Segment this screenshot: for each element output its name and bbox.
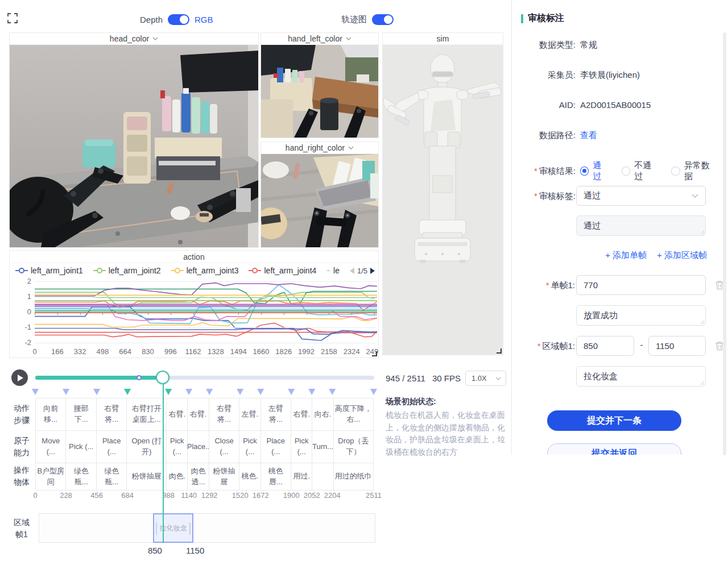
step-cell-atomic[interactable]: Place (... bbox=[97, 431, 127, 463]
progress-slider[interactable] bbox=[35, 376, 374, 380]
region-right-handle[interactable] bbox=[189, 522, 191, 535]
legend-item-left_arm_joint3[interactable]: left_arm_joint3 bbox=[171, 266, 239, 275]
fullscreen-button[interactable] bbox=[7, 13, 18, 24]
boundary-marker-1672[interactable] bbox=[257, 389, 264, 395]
single-frame-input[interactable] bbox=[584, 280, 698, 290]
single-frame-desc-textarea[interactable]: 放置成功 bbox=[576, 305, 706, 326]
boundary-marker-988[interactable] bbox=[165, 389, 172, 395]
step-cell-object[interactable]: 肉色透... bbox=[188, 463, 209, 491]
region-start-input[interactable] bbox=[584, 341, 627, 351]
boundary-marker-228[interactable] bbox=[63, 389, 69, 395]
step-cell-object[interactable]: 绿色瓶... bbox=[97, 463, 127, 491]
legend-item-left_arm_joint4[interactable]: left_arm_joint4 bbox=[249, 266, 316, 275]
legend-item-left_arm_joint2[interactable]: left_arm_joint2 bbox=[93, 266, 161, 275]
step-cell-atomic[interactable]: Turn... bbox=[312, 431, 333, 463]
step-cell-action[interactable]: 高度下降，右... bbox=[334, 398, 374, 431]
boundary-marker-2511[interactable] bbox=[370, 389, 377, 395]
camera-panel-hand-left: hand_left_color bbox=[260, 32, 379, 138]
step-cell-object[interactable]: 粉饼抽屉 bbox=[209, 463, 239, 491]
step-cell-object[interactable] bbox=[312, 463, 333, 491]
step-cell-object[interactable]: 桃色. bbox=[239, 463, 260, 491]
boundary-marker-684[interactable] bbox=[124, 389, 131, 395]
step-cell-object[interactable]: 肉色. bbox=[167, 463, 188, 491]
camera-select-hand-right[interactable]: hand_right_color bbox=[261, 142, 378, 154]
legend-item-left_arm_joint1[interactable]: left_arm_joint1 bbox=[15, 266, 83, 275]
x-tick-label: 498 bbox=[97, 347, 109, 356]
step-cell-object[interactable]: 用过. bbox=[291, 463, 312, 491]
step-cell-atomic[interactable]: Close (... bbox=[209, 431, 239, 463]
step-cell-atomic[interactable]: Pick (... bbox=[239, 431, 260, 463]
step-cell-atomic[interactable]: Open (打开) bbox=[127, 431, 167, 463]
step-cell-action[interactable]: 右臂. bbox=[291, 398, 312, 431]
step-cell-atomic[interactable]: Pick (... bbox=[291, 431, 312, 463]
region-track-bar[interactable]: 拉化妆盒 bbox=[39, 513, 375, 543]
single-frame-marker-dot[interactable] bbox=[136, 375, 142, 380]
playhead-line[interactable] bbox=[163, 384, 164, 543]
radio-option-abnormal[interactable]: 异常数据 bbox=[671, 160, 717, 182]
step-cell-atomic[interactable]: Pick (... bbox=[167, 431, 188, 463]
camera-select-hand-left[interactable]: hand_left_color bbox=[261, 33, 378, 45]
step-cell-action[interactable]: 右臂打开桌面上... bbox=[127, 398, 167, 431]
x-tick-label: 996 bbox=[164, 347, 177, 356]
step-cell-atomic[interactable]: Place (... bbox=[261, 431, 291, 463]
region-end-input[interactable] bbox=[656, 341, 698, 351]
step-cell-object[interactable]: 桃色唇... bbox=[261, 463, 291, 491]
sim-robot-viewport[interactable] bbox=[383, 45, 503, 355]
resize-handle-icon[interactable] bbox=[371, 351, 377, 356]
step-cell-action[interactable]: 左臂. bbox=[239, 398, 260, 431]
step-cell-atomic[interactable]: Drop（丢下） bbox=[334, 431, 374, 463]
step-cell-action[interactable]: 右臂. bbox=[188, 398, 209, 431]
step-cell-atomic[interactable]: Place.. bbox=[188, 431, 209, 463]
step-cell-action[interactable]: 右臂. bbox=[167, 398, 188, 431]
region-desc-textarea[interactable]: 拉化妆盒 bbox=[576, 366, 706, 387]
step-cell-object[interactable]: 用过的纸巾 bbox=[334, 463, 374, 491]
radio-option-pass[interactable]: 通过 bbox=[580, 160, 609, 182]
step-cell-atomic[interactable]: Pick (... bbox=[66, 431, 96, 463]
boundary-marker-2052[interactable] bbox=[308, 389, 315, 395]
play-button[interactable] bbox=[11, 369, 28, 386]
step-cell-object[interactable]: 粉饼抽屉 bbox=[127, 463, 167, 491]
review-panel-scrollbar[interactable] bbox=[723, 32, 726, 455]
annotation-review-app: Depth RGB 轨迹图 head_color bbox=[0, 0, 728, 561]
step-cell-action[interactable]: 向前移... bbox=[36, 398, 66, 431]
step-cell-action[interactable]: 右臂将... bbox=[209, 398, 239, 431]
step-cell-atomic[interactable]: Move (... bbox=[36, 431, 66, 463]
depth-rgb-switch[interactable] bbox=[168, 14, 189, 25]
submit-next-button[interactable]: 提交并下一条 bbox=[547, 410, 681, 431]
camera-select-head[interactable]: head_color bbox=[10, 33, 258, 45]
add-single-frame-link[interactable]: + 添加单帧 bbox=[605, 250, 647, 261]
boundary-marker-0[interactable] bbox=[32, 389, 39, 395]
radio-option-fail[interactable]: 不通过 bbox=[622, 160, 659, 182]
steps-row-action: 向前移...腰部下...右臂将...右臂打开桌面上...右臂.右臂.右臂将...… bbox=[36, 398, 374, 431]
step-cell-object[interactable]: 绿色瓶... bbox=[66, 463, 96, 491]
step-cell-action[interactable]: 右臂将... bbox=[97, 398, 127, 431]
camera-title: hand_right_color bbox=[286, 143, 345, 152]
trajectory-switch[interactable] bbox=[372, 14, 394, 25]
field-collector: 采集员: 李轶晨(liyichen) bbox=[512, 70, 717, 81]
boundary-marker-1292[interactable] bbox=[206, 389, 213, 395]
review-tag-select[interactable]: 通过 bbox=[576, 186, 706, 206]
legend-prev-icon[interactable] bbox=[350, 268, 354, 274]
speed-select[interactable]: 1.0X bbox=[465, 371, 506, 386]
progress-thumb[interactable] bbox=[156, 371, 169, 384]
boundary-marker-2204[interactable] bbox=[329, 389, 336, 395]
view-data-path-link[interactable]: 查看 bbox=[580, 130, 597, 141]
legend-next-icon[interactable] bbox=[370, 268, 375, 274]
boundary-marker-1520[interactable] bbox=[237, 389, 243, 395]
boundary-marker-1900[interactable] bbox=[288, 389, 295, 395]
boundary-marker-456[interactable] bbox=[93, 389, 100, 395]
add-region-frame-link[interactable]: + 添加区域帧 bbox=[657, 250, 707, 261]
region-left-handle[interactable] bbox=[156, 522, 157, 535]
fps-label: 30 FPS bbox=[432, 373, 461, 383]
resize-handle-icon[interactable] bbox=[496, 348, 502, 354]
single-frame-input-wrap bbox=[576, 275, 706, 295]
region-frame-box[interactable]: 拉化妆盒 bbox=[153, 513, 193, 543]
step-cell-action[interactable]: 向右. bbox=[312, 398, 333, 431]
step-cell-object[interactable]: B户型房间 bbox=[36, 463, 66, 491]
step-cell-action[interactable]: 左臂将... bbox=[261, 398, 291, 431]
review-tag-note-textarea[interactable]: 通过 bbox=[576, 215, 706, 236]
legend-item-le[interactable]: le bbox=[326, 266, 340, 275]
boundary-marker-1140[interactable] bbox=[185, 389, 192, 395]
step-cell-action[interactable]: 腰部下... bbox=[66, 398, 96, 431]
radio-label: 不通过 bbox=[634, 160, 659, 182]
